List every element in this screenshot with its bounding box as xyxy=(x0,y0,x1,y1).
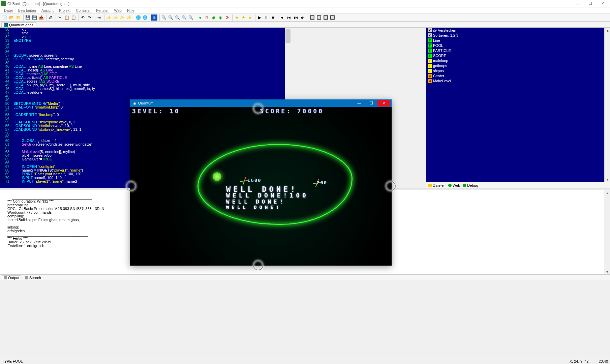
code-line[interactable]: 35 xyxy=(0,46,285,50)
menu-datei[interactable]: Datei xyxy=(2,8,15,12)
bookmark-icon[interactable]: ★ xyxy=(234,14,240,21)
outline-scrollbar[interactable]: ▴ ▾ xyxy=(604,28,610,182)
outline-panel[interactable]: X@ VersteckenXSortieren: 1.2.3.TLineTFOO… xyxy=(426,28,604,182)
findnext-icon[interactable]: 🔍 xyxy=(167,14,174,21)
outline-item[interactable]: Fmainloop xyxy=(426,58,604,63)
save-icon[interactable]: 💾 xyxy=(25,14,31,21)
scroll-up-icon[interactable]: ▴ xyxy=(604,190,610,195)
output-scrollbar[interactable]: ▴ ▾ xyxy=(604,190,610,274)
scroll-thumb[interactable] xyxy=(285,29,291,43)
open2-icon[interactable]: 📁 xyxy=(15,14,21,21)
undo-icon[interactable]: ↶ xyxy=(80,14,86,21)
code-line[interactable]: 46LOCAL time, hinames$[], hiscores[], na… xyxy=(0,87,285,91)
outline-item[interactable]: Fsfxpos xyxy=(426,68,604,73)
paste-icon[interactable]: 📋 xyxy=(70,14,77,21)
cut-icon[interactable]: ✂ xyxy=(57,14,63,21)
code-line[interactable]: 34 xyxy=(0,42,285,46)
outline-item[interactable]: X@ Verstecken xyxy=(426,28,604,33)
game-viewport[interactable]: 3EVEL: 10 3CORE: 70000 1600 200 WELL DON… xyxy=(130,107,392,266)
dbg4-icon[interactable]: 🔲 xyxy=(329,14,335,21)
minimize-button[interactable]: — xyxy=(572,0,584,7)
findfiles-icon[interactable]: 🔍 xyxy=(188,14,194,21)
code-line[interactable]: 33ENDTYPE xyxy=(0,39,285,42)
bookmark3-icon[interactable]: ★ xyxy=(247,14,253,21)
dbg1-icon[interactable]: 🔲 xyxy=(309,14,315,21)
code-line[interactable]: 30 x;y xyxy=(0,28,285,31)
wand3-icon[interactable]: ✨ xyxy=(119,14,125,21)
outline-item[interactable]: TLine xyxy=(426,38,604,43)
new-icon[interactable]: 📄 xyxy=(2,14,8,21)
code-line[interactable]: 48 xyxy=(0,94,285,98)
menu-ansicht[interactable]: Ansicht xyxy=(39,8,56,12)
outline-item[interactable]: TPARTICLE xyxy=(426,48,604,53)
dbg2-icon[interactable]: 🔲 xyxy=(316,14,322,21)
step4-icon[interactable]: ⏭ xyxy=(300,14,306,21)
outline-item[interactable]: CCenter xyxy=(426,73,604,78)
print-icon[interactable]: 🖨 xyxy=(48,14,54,21)
game-maximize-button[interactable]: ❐ xyxy=(365,100,377,107)
game-icon: ◉ xyxy=(132,101,137,105)
menu-compiler[interactable]: Compiler xyxy=(74,8,93,12)
clean-icon[interactable]: 🗑 xyxy=(204,14,210,21)
menu-web[interactable]: Web xyxy=(112,8,124,12)
game-close-button[interactable]: ✕ xyxy=(377,100,390,107)
menu-fenster[interactable]: Fenster xyxy=(94,8,111,12)
scroll-down-icon[interactable]: ▾ xyxy=(604,269,610,274)
redo-icon[interactable]: ↷ xyxy=(87,14,93,21)
bookmark2-icon[interactable]: ★ xyxy=(240,14,246,21)
stop2-icon[interactable]: ■ xyxy=(270,14,276,21)
scroll-down-icon[interactable]: ▾ xyxy=(605,177,610,182)
outline-item[interactable]: TFOOL xyxy=(426,43,604,48)
type-icon: T xyxy=(428,49,432,53)
run1-icon[interactable]: ◉ xyxy=(211,14,217,21)
pause-icon[interactable]: ⏸ xyxy=(263,14,269,21)
stop-icon[interactable]: ⊘ xyxy=(224,14,230,21)
play-icon[interactable]: ▶ xyxy=(256,14,263,21)
dbg3-icon[interactable]: 🔲 xyxy=(323,14,329,21)
tab-dateien[interactable]: Dateien xyxy=(428,183,446,187)
outline-item[interactable]: TSCORE xyxy=(426,53,604,58)
open-icon[interactable]: 📂 xyxy=(8,14,14,21)
outline-item[interactable]: Fgotloops xyxy=(426,63,604,68)
code-line[interactable]: 32 value xyxy=(0,35,285,39)
indent-icon[interactable]: ⇥ xyxy=(96,14,102,21)
output-text: _______________________________________ … xyxy=(7,195,104,248)
tab-search[interactable]: Search xyxy=(24,276,42,280)
globe2-icon[interactable]: 🌐 xyxy=(142,14,148,21)
wand4-icon[interactable]: ✨ xyxy=(126,14,132,21)
replace-icon[interactable]: 🔍 xyxy=(174,14,180,21)
outline-item[interactable]: CMakeLevel xyxy=(426,78,604,83)
goto-icon[interactable]: 🔍 xyxy=(181,14,187,21)
game-minimize-button[interactable]: — xyxy=(353,100,365,107)
wand2-icon[interactable]: ✨ xyxy=(112,14,118,21)
menu-hilfe[interactable]: Hilfe xyxy=(125,8,136,12)
tab-quantum[interactable]: Quantum.gbas xyxy=(1,22,36,27)
outline-item[interactable]: XSortieren: 1.2.3. xyxy=(426,33,604,38)
export-icon[interactable]: 📤 xyxy=(38,14,44,21)
run2-icon[interactable]: ◉ xyxy=(217,14,223,21)
step1-icon[interactable]: ⏭ xyxy=(279,14,285,21)
maximize-button[interactable]: ❐ xyxy=(584,0,597,7)
step3-icon[interactable]: ⏭ xyxy=(293,14,299,21)
globe-icon[interactable]: 🌐 xyxy=(135,14,141,21)
menu-projekt[interactable]: Projekt xyxy=(57,8,72,12)
code-line[interactable]: 31 time xyxy=(0,31,285,35)
tab-output[interactable]: Output xyxy=(2,275,21,280)
saveall-icon[interactable]: 💾 xyxy=(31,14,37,21)
bug-icon xyxy=(463,184,466,187)
code-line[interactable]: 47LOCAL leveldone xyxy=(0,91,285,94)
tab-web[interactable]: Web xyxy=(448,183,460,187)
menu-bearbeiten[interactable]: Bearbeiten xyxy=(16,8,38,12)
find-icon[interactable]: 🔍 xyxy=(161,14,167,21)
tab-debug[interactable]: Debug xyxy=(463,183,478,187)
step2-icon[interactable]: ⏭ xyxy=(286,14,292,21)
game-window[interactable]: ◉ Quantum — ❐ ✕ 3EVEL: 10 3CORE: 70000 1… xyxy=(130,99,392,266)
copy-icon[interactable]: 📋 xyxy=(64,14,70,21)
close-button[interactable]: ✕ xyxy=(597,0,609,7)
toggle-icon[interactable]: ≡ xyxy=(151,14,157,21)
code-line[interactable]: 38GETSCREENSIZE screenx, screeny xyxy=(0,57,285,61)
type-icon: F xyxy=(428,69,432,73)
wand-icon[interactable]: ✨ xyxy=(105,14,112,21)
scroll-up-icon[interactable]: ▴ xyxy=(605,28,610,33)
compile-icon[interactable]: ● xyxy=(197,14,203,21)
